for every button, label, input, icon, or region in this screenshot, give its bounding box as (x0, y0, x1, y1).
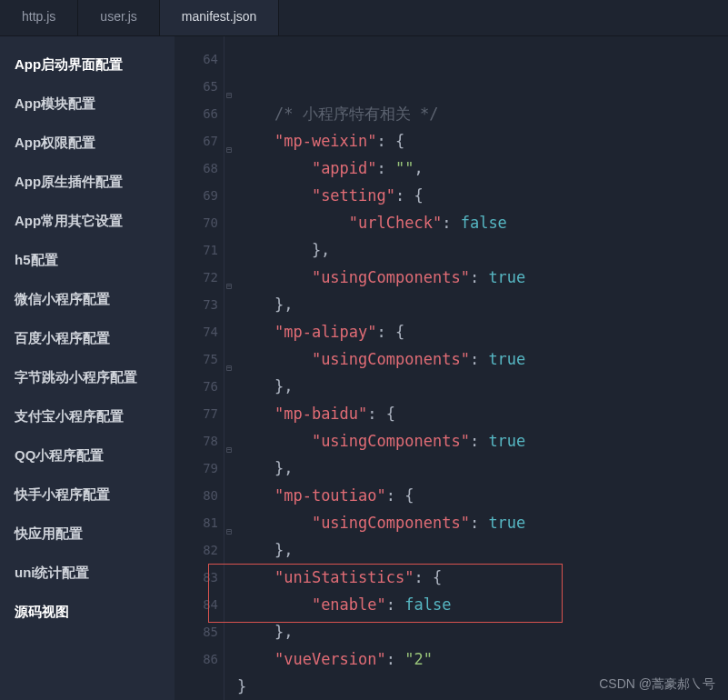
tab-http-js[interactable]: http.js (0, 0, 78, 35)
sidebar-item-qq[interactable]: QQ小程序配置 (0, 436, 175, 475)
line-number: 85 (175, 618, 224, 645)
sidebar: App启动界面配置 App模块配置 App权限配置 App原生插件配置 App常… (0, 36, 175, 700)
line-number: 81⊟ (175, 509, 224, 536)
code-line[interactable]: "enable": false (237, 591, 728, 618)
watermark: CSDN @蒿豪郝㇏号 (599, 676, 715, 693)
sidebar-item-weixin[interactable]: 微信小程序配置 (0, 280, 175, 319)
line-number: 70 (175, 209, 224, 236)
code-line[interactable]: "setting": { (237, 182, 728, 209)
sidebar-item-alipay[interactable]: 支付宝小程序配置 (0, 397, 175, 436)
code-content[interactable]: /* 小程序特有相关 */ "mp-weixin": { "appid": ""… (224, 36, 728, 700)
code-line[interactable]: }, (237, 236, 728, 264)
sidebar-item-app-permission[interactable]: App权限配置 (0, 124, 175, 163)
line-number: 79 (175, 455, 224, 482)
line-number: 83 (175, 564, 224, 591)
line-number: 67⊟ (175, 127, 224, 155)
line-number: 72⊟ (175, 264, 224, 291)
code-line[interactable]: "usingComponents": true (237, 509, 728, 536)
line-number: 64 (175, 45, 224, 73)
line-number: 74 (175, 318, 224, 345)
line-number: 69 (175, 182, 224, 209)
code-line[interactable]: "usingComponents": true (237, 345, 728, 373)
line-number: 75⊟ (175, 345, 224, 373)
code-line[interactable]: /* 小程序特有相关 */ (237, 100, 728, 127)
sidebar-item-app-launch[interactable]: App启动界面配置 (0, 45, 175, 85)
sidebar-item-app-other[interactable]: App常用其它设置 (0, 202, 175, 241)
line-number: 71 (175, 236, 224, 264)
sidebar-item-app-native-plugin[interactable]: App原生插件配置 (0, 163, 175, 202)
code-line[interactable]: "vueVersion": "2" (237, 645, 728, 673)
tab-bar: http.js user.js manifest.json (0, 0, 728, 36)
code-line[interactable]: "usingComponents": true (237, 427, 728, 455)
code-line[interactable]: "urlCheck": false (237, 209, 728, 236)
sidebar-item-h5[interactable]: h5配置 (0, 241, 175, 280)
sidebar-item-quickapp[interactable]: 快应用配置 (0, 515, 175, 554)
line-number: 66 (175, 100, 224, 127)
line-number: 65⊟ (175, 73, 224, 100)
code-line[interactable]: }, (237, 618, 728, 645)
sidebar-item-baidu[interactable]: 百度小程序配置 (0, 319, 175, 358)
sidebar-item-toutiao[interactable]: 字节跳动小程序配置 (0, 358, 175, 397)
line-number: 76 (175, 373, 224, 400)
sidebar-item-source-view[interactable]: 源码视图 (0, 593, 175, 632)
line-number: 78⊟ (175, 427, 224, 455)
code-line[interactable]: "mp-alipay": { (237, 318, 728, 345)
code-line[interactable]: "mp-toutiao": { (237, 482, 728, 509)
line-number: 80 (175, 482, 224, 509)
line-number: 86 (175, 645, 224, 673)
line-number: 77 (175, 400, 224, 427)
line-number: 73 (175, 291, 224, 318)
code-line[interactable]: "uniStatistics": { (237, 564, 728, 591)
tab-user-js[interactable]: user.js (78, 0, 159, 35)
code-editor[interactable]: 6465⊟6667⊟6869707172⊟737475⊟767778⊟79808… (175, 36, 728, 700)
code-line[interactable]: }, (237, 291, 728, 318)
line-number: 84 (175, 591, 224, 618)
code-line[interactable]: "appid": "", (237, 155, 728, 182)
code-line[interactable]: "usingComponents": true (237, 264, 728, 291)
sidebar-item-uni-stats[interactable]: uni统计配置 (0, 554, 175, 593)
code-line[interactable]: "mp-baidu": { (237, 400, 728, 427)
line-number: 82 (175, 536, 224, 564)
line-number: 68 (175, 155, 224, 182)
code-line[interactable]: }, (237, 373, 728, 400)
tab-manifest-json[interactable]: manifest.json (160, 0, 279, 35)
code-line[interactable]: }, (237, 536, 728, 564)
code-line[interactable]: }, (237, 455, 728, 482)
sidebar-item-kuaishou[interactable]: 快手小程序配置 (0, 475, 175, 515)
code-line[interactable]: "mp-weixin": { (237, 127, 728, 155)
sidebar-item-app-module[interactable]: App模块配置 (0, 85, 175, 124)
main-area: App启动界面配置 App模块配置 App权限配置 App原生插件配置 App常… (0, 36, 728, 700)
line-number-gutter: 6465⊟6667⊟6869707172⊟737475⊟767778⊟79808… (175, 36, 224, 700)
